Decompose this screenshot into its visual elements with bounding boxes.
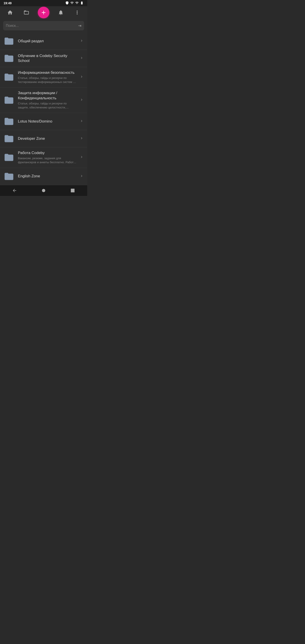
list-item[interactable]: Защита информации / Конфиденциальность С… [0,88,87,113]
category-content: Developer Zone [18,136,77,141]
search-enter-icon: ⇥ [78,23,82,28]
chevron-right-icon [80,56,84,61]
android-home-button[interactable] [37,186,50,195]
category-content: Общий раздел [18,39,77,44]
search-bar[interactable]: Поиск... ⇥ [3,21,84,30]
list-item[interactable]: Работа Codeby Вакансии, резюме, задания … [0,147,87,168]
list-item[interactable]: Developer Zone [0,130,87,147]
back-button[interactable] [8,186,21,195]
category-subtitle: Статьи, обзоры, гайды и ресерчи по защит… [18,102,77,110]
category-subtitle: Статьи, обзоры, гайды и ресерчи по тести… [18,76,77,84]
chevron-right-icon [80,174,84,179]
folder-icon [4,116,14,127]
chevron-right-icon [80,155,84,160]
folder-icon [4,152,14,163]
list-item[interactable]: English Zone [0,168,87,185]
signal-icon [75,1,79,5]
status-time: 19:49 [4,1,12,5]
folder-icon [4,95,14,106]
recents-button[interactable] [66,186,80,195]
battery-icon [80,1,84,5]
category-content: Работа Codeby Вакансии, резюме, задания … [18,150,77,164]
chevron-right-icon [80,98,84,103]
list-item[interactable]: Информационная безопасность Статьи, обзо… [0,67,87,88]
home-button[interactable] [5,8,15,18]
chevron-right-icon [80,136,84,141]
status-icons [65,1,84,5]
more-button[interactable] [72,8,82,18]
chevron-right-icon [80,39,84,44]
list-item[interactable]: Обучение в Codeby Security School [0,50,87,67]
nav-bar [0,6,87,19]
category-content: English Zone [18,174,77,179]
search-placeholder: Поиск... [6,24,19,28]
category-title: Общий раздел [18,39,77,44]
folder-icon [4,53,14,64]
category-content: Защита информации / Конфиденциальность С… [18,90,77,110]
status-bar: 19:49 [0,0,87,6]
search-container: Поиск... ⇥ [0,19,87,33]
folder-icon [4,36,14,46]
svg-rect-1 [71,188,75,192]
list-item[interactable]: Общий раздел [0,33,87,50]
folder-icon [4,133,14,144]
category-subtitle: Вакансии, резюме, задания для фрилансеро… [18,156,77,164]
chevron-right-icon [80,119,84,124]
list-item[interactable]: Lotus Notes/Domino [0,113,87,130]
wifi-icon [70,1,74,5]
notifications-button[interactable] [56,8,66,18]
svg-point-0 [42,189,46,192]
category-content: Обучение в Codeby Security School [18,54,77,63]
category-content: Информационная безопасность Статьи, обзо… [18,70,77,84]
category-title: English Zone [18,174,77,179]
category-title: Обучение в Codeby Security School [18,54,77,63]
bottom-nav [0,185,87,196]
category-title: Lotus Notes/Domino [18,119,77,124]
add-button[interactable] [38,7,50,18]
category-content: Lotus Notes/Domino [18,119,77,124]
category-list: Общий раздел Обучение в Codeby Security … [0,33,87,185]
folder-icon [4,72,14,82]
chevron-right-icon [80,75,84,80]
vpn-icon [65,1,69,5]
category-title: Информационная безопасность [18,70,77,75]
category-title: Защита информации / Конфиденциальность [18,90,77,100]
category-title: Работа Codeby [18,150,77,156]
folder-icon [4,171,14,182]
category-title: Developer Zone [18,136,77,141]
folders-button[interactable] [22,8,31,18]
